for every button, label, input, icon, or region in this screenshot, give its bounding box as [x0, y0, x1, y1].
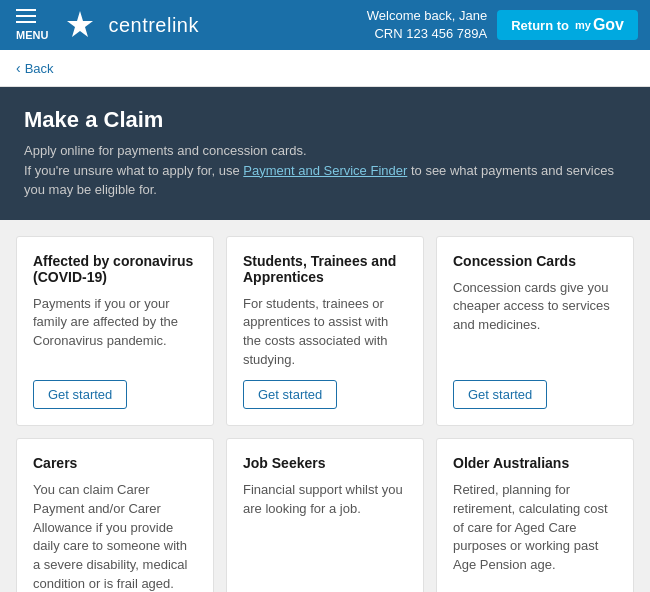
card-older: Older AustraliansRetired, planning for r… — [436, 438, 634, 592]
page-title: Make a Claim — [24, 107, 626, 133]
card-title-carers: Carers — [33, 455, 197, 471]
svg-marker-1 — [67, 11, 93, 37]
main-content: Affected by coronavirus (COVID-19)Paymen… — [0, 220, 650, 593]
mygov-logo: myGov — [575, 17, 624, 33]
welcome-text: Welcome back, Jane CRN 123 456 789A — [367, 7, 487, 43]
centrelink-logo-icon — [62, 7, 98, 43]
back-link[interactable]: ‹ Back — [16, 60, 54, 76]
card-desc-older: Retired, planning for retirement, calcul… — [453, 481, 617, 592]
back-arrow-icon: ‹ — [16, 60, 21, 76]
card-title-older: Older Australians — [453, 455, 617, 471]
header-left: MENU centrelink — [12, 5, 199, 45]
menu-label: MENU — [16, 29, 48, 41]
hero-section: Make a Claim Apply online for payments a… — [0, 87, 650, 220]
menu-button[interactable]: MENU — [12, 5, 52, 45]
get-started-button-covid[interactable]: Get started — [33, 380, 127, 409]
return-to-mygov-button[interactable]: Return to myGov — [497, 10, 638, 40]
card-title-jobseekers: Job Seekers — [243, 455, 407, 471]
card-concession: Concession CardsConcession cards give yo… — [436, 236, 634, 426]
card-title-covid: Affected by coronavirus (COVID-19) — [33, 253, 197, 285]
back-label: Back — [25, 61, 54, 76]
get-started-button-students[interactable]: Get started — [243, 380, 337, 409]
brand-name: centrelink — [108, 14, 199, 37]
back-bar: ‹ Back — [0, 50, 650, 87]
card-desc-jobseekers: Financial support whilst you are looking… — [243, 481, 407, 592]
card-jobseekers: Job SeekersFinancial support whilst you … — [226, 438, 424, 592]
header: MENU centrelink Welcome back, Jane CRN 1… — [0, 0, 650, 50]
card-title-students: Students, Trainees and Apprentices — [243, 253, 407, 285]
hero-description: Apply online for payments and concession… — [24, 141, 626, 200]
get-started-button-concession[interactable]: Get started — [453, 380, 547, 409]
cards-grid: Affected by coronavirus (COVID-19)Paymen… — [16, 236, 634, 593]
card-students: Students, Trainees and ApprenticesFor st… — [226, 236, 424, 426]
card-desc-concession: Concession cards give you cheaper access… — [453, 279, 617, 370]
card-covid: Affected by coronavirus (COVID-19)Paymen… — [16, 236, 214, 426]
card-carers: CarersYou can claim Carer Payment and/or… — [16, 438, 214, 592]
card-desc-carers: You can claim Carer Payment and/or Carer… — [33, 481, 197, 592]
return-to-label: Return to — [511, 18, 569, 33]
card-desc-students: For students, trainees or apprentices to… — [243, 295, 407, 370]
header-right: Welcome back, Jane CRN 123 456 789A Retu… — [367, 7, 638, 43]
payment-service-finder-link[interactable]: Payment and Service Finder — [243, 163, 407, 178]
card-desc-covid: Payments if you or your family are affec… — [33, 295, 197, 370]
card-title-concession: Concession Cards — [453, 253, 617, 269]
